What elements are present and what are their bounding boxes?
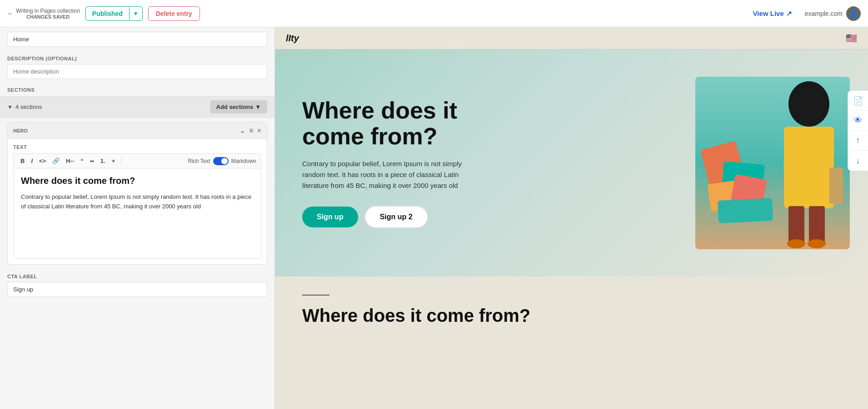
move-down-button[interactable]: ↓ bbox=[848, 151, 868, 171]
preview-flag: 🇺🇸 bbox=[846, 33, 857, 44]
add-sections-arrow-icon: ▼ bbox=[255, 103, 261, 110]
down-arrow-icon: ↓ bbox=[856, 156, 860, 166]
right-preview: lIty 🇺🇸 Where does it come from? Contrar… bbox=[275, 27, 868, 409]
side-icons: 📄 👁 ↑ ↓ bbox=[848, 91, 868, 171]
back-arrow-icon: ← bbox=[7, 10, 13, 17]
chevron-down-icon: ▼ bbox=[7, 104, 13, 110]
add-sections-label: Add sections bbox=[216, 103, 254, 110]
doc-icon-button[interactable]: 📄 bbox=[848, 91, 868, 111]
heading-button[interactable]: H-- bbox=[64, 157, 76, 165]
hero-body: TEXT B I <> 🔗 H-- “ •• 1. + Rich Text bbox=[8, 139, 267, 264]
domain-text: example.com bbox=[805, 10, 843, 17]
italic-button[interactable]: I bbox=[29, 157, 35, 165]
cta-label: CTA LABEL bbox=[7, 274, 267, 279]
collection-title: Writing in Pages collection bbox=[16, 8, 80, 14]
left-panel: DESCRIPTION (OPTIONAL) SECTIONS ▼ 4 sect… bbox=[0, 27, 275, 409]
avatar: 👤 bbox=[846, 6, 861, 21]
external-link-icon: ↗ bbox=[786, 10, 792, 18]
eye-icon: 👁 bbox=[854, 116, 862, 125]
preview-hero-buttons: Sign up Sign up 2 bbox=[302, 206, 520, 228]
svg-rect-4 bbox=[718, 198, 773, 223]
toggle-knob bbox=[221, 158, 228, 164]
hero-controls: ⌄ ≡ × bbox=[239, 126, 261, 135]
view-live-button[interactable]: View Live ↗ bbox=[746, 6, 799, 21]
eye-icon-button[interactable]: 👁 bbox=[848, 111, 868, 131]
saved-status: CHANGES SAVED bbox=[16, 14, 80, 20]
more-button[interactable]: + bbox=[110, 157, 118, 165]
published-button-group[interactable]: Published ▼ bbox=[85, 6, 143, 21]
section-divider bbox=[302, 295, 329, 296]
hero-label: HERO bbox=[13, 128, 28, 133]
svg-point-10 bbox=[808, 239, 826, 248]
quote-button[interactable]: “ bbox=[78, 157, 86, 165]
ul-button[interactable]: •• bbox=[88, 157, 96, 165]
move-up-button[interactable]: ↑ bbox=[848, 131, 868, 151]
delete-entry-button[interactable]: Delete entry bbox=[148, 6, 200, 21]
published-dropdown-arrow[interactable]: ▼ bbox=[129, 7, 142, 20]
preview-section2-heading: Where does it come from? bbox=[302, 305, 841, 326]
editor-heading: Where does it come from? bbox=[21, 176, 254, 186]
bold-button[interactable]: B bbox=[18, 157, 27, 165]
svg-rect-11 bbox=[829, 168, 843, 204]
preview-signup2-button[interactable]: Sign up 2 bbox=[364, 206, 428, 228]
link-button[interactable]: 🔗 bbox=[50, 157, 62, 165]
sections-count[interactable]: ▼ 4 sections bbox=[7, 103, 42, 110]
text-editor-area[interactable]: Where does it come from? Contrary to pop… bbox=[13, 168, 261, 259]
preview-hero-heading: Where does it come from? bbox=[302, 98, 520, 149]
preview-signup-button[interactable]: Sign up bbox=[302, 207, 358, 227]
svg-rect-7 bbox=[788, 206, 804, 242]
preview-hero-section: Where does it come from? Contrary to pop… bbox=[275, 49, 868, 276]
description-input[interactable] bbox=[7, 64, 267, 79]
sections-count-text: 4 sections bbox=[15, 103, 42, 110]
preview-section2: Where does it come from? bbox=[275, 276, 868, 345]
published-main-button[interactable]: Published bbox=[86, 7, 129, 20]
markdown-label: Markdown bbox=[231, 158, 256, 164]
hero-close-button[interactable]: × bbox=[257, 127, 261, 135]
text-label: TEXT bbox=[13, 144, 261, 150]
preview-logo: lIty bbox=[286, 33, 299, 44]
code-button[interactable]: <> bbox=[37, 157, 48, 165]
hero-collapse-button[interactable]: ⌄ bbox=[239, 126, 245, 135]
home-field-section bbox=[0, 27, 274, 51]
home-input[interactable] bbox=[7, 32, 267, 47]
main-layout: DESCRIPTION (OPTIONAL) SECTIONS ▼ 4 sect… bbox=[0, 27, 868, 409]
domain-area: example.com 👤 bbox=[805, 6, 861, 21]
rich-text-toggle: Rich Text Markdown bbox=[188, 157, 257, 165]
preview-hero-text: Where does it come from? Contrary to pop… bbox=[302, 98, 520, 228]
toolbar-divider bbox=[120, 158, 121, 165]
svg-rect-6 bbox=[784, 127, 834, 208]
view-live-label: View Live bbox=[753, 10, 784, 17]
svg-point-5 bbox=[788, 81, 829, 127]
svg-rect-8 bbox=[809, 206, 825, 242]
text-toolbar: B I <> 🔗 H-- “ •• 1. + Rich Text bbox=[13, 153, 261, 168]
preview-wrapper: lIty 🇺🇸 Where does it come from? Contrar… bbox=[275, 27, 868, 409]
preview-nav: lIty 🇺🇸 bbox=[275, 27, 868, 49]
back-button[interactable]: ← Writing in Pages collection CHANGES SA… bbox=[7, 8, 80, 20]
topbar: ← Writing in Pages collection CHANGES SA… bbox=[0, 0, 868, 27]
hero-drag-handle[interactable]: ≡ bbox=[249, 127, 253, 135]
editor-body: Contrary to popular belief, Lorem Ipsum … bbox=[21, 192, 254, 212]
hero-block: HERO ⌄ ≡ × TEXT B I <> 🔗 H-- “ bbox=[7, 122, 267, 265]
doc-icon: 📄 bbox=[853, 96, 863, 106]
cta-section: CTA LABEL bbox=[0, 269, 274, 304]
sections-label: SECTIONS bbox=[7, 87, 35, 93]
description-section: DESCRIPTION (OPTIONAL) bbox=[0, 51, 274, 84]
cta-input[interactable] bbox=[7, 282, 267, 297]
description-label: DESCRIPTION (OPTIONAL) bbox=[7, 56, 267, 61]
ol-button[interactable]: 1. bbox=[98, 157, 108, 165]
add-sections-button[interactable]: Add sections ▼ bbox=[210, 100, 268, 113]
sections-header: SECTIONS bbox=[0, 84, 274, 96]
hero-header: HERO ⌄ ≡ × bbox=[8, 123, 267, 139]
up-arrow-icon: ↑ bbox=[856, 136, 860, 145]
svg-point-9 bbox=[787, 239, 805, 248]
rich-markdown-toggle[interactable] bbox=[213, 157, 229, 165]
preview-hero-image bbox=[695, 77, 850, 249]
sections-count-row: ▼ 4 sections Add sections ▼ bbox=[0, 96, 274, 118]
preview-hero-body: Contrary to popular belief, Lorem Ipsum … bbox=[302, 158, 484, 191]
rich-text-label: Rich Text bbox=[188, 158, 210, 164]
